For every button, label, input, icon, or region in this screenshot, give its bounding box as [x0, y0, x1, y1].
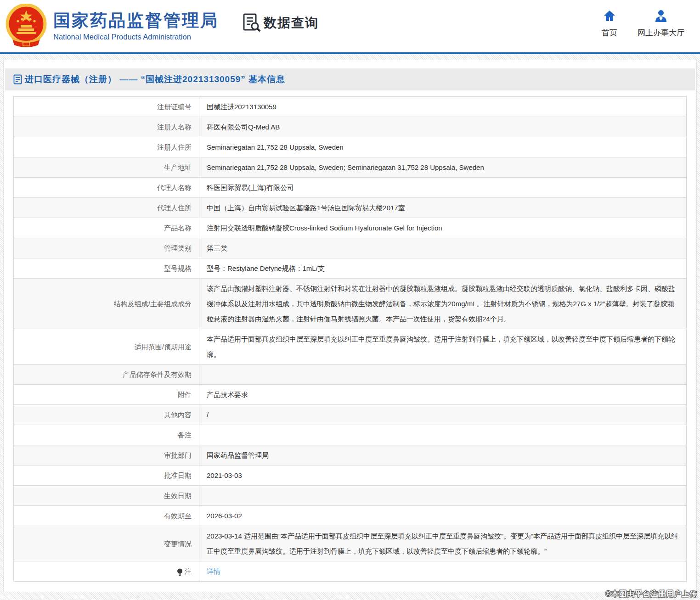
- bulb-icon: [177, 568, 183, 576]
- watermark-text: ©本图由平台注册用户上传: [605, 589, 697, 599]
- row-label: 有效期至: [14, 506, 199, 526]
- table-row: 型号规格型号：Restylane Defyne规格：1mL/支: [14, 258, 686, 279]
- row-value: 第三类: [199, 238, 686, 258]
- table-row: 其他内容/: [14, 405, 686, 425]
- row-value: 注射用交联透明质酸钠凝胶Cross-linked Sodium Hyaluron…: [199, 218, 686, 238]
- table-row: 注册人住所Seminariegatan 21,752 28 Uppsala, S…: [14, 137, 686, 157]
- row-label: 产品储存条件及有效期: [14, 364, 199, 384]
- table-row: 适用范围/预期用途本产品适用于面部真皮组织中层至深层填充以纠正中度至重度鼻唇沟皱…: [14, 329, 686, 364]
- table-row: 批准日期2021-03-03: [14, 465, 686, 486]
- table-row: 注册证编号国械注进20213130059: [14, 97, 686, 117]
- row-value: Seminariegatan 21,752 28 Uppsala, Sweden: [199, 137, 686, 157]
- table-row: 代理人名称科医国际贸易(上海)有限公司: [14, 178, 686, 198]
- nav-service-hall-label: 网上办事大厅: [638, 28, 684, 38]
- table-row: 产品名称注射用交联透明质酸钠凝胶Cross-linked Sodium Hyal…: [14, 218, 686, 238]
- national-emblem-logo: [6, 4, 47, 49]
- table-row: 管理类别第三类: [14, 238, 686, 258]
- row-value: Seminariegatan 21,752 28 Uppsala, Sweden…: [199, 157, 686, 177]
- row-value: 科医国际贸易(上海)有限公司: [199, 178, 686, 197]
- row-label: 代理人名称: [14, 178, 199, 197]
- document-icon: [13, 74, 22, 84]
- header-divider: [0, 52, 700, 54]
- page-titlebar: 进口医疗器械（注册） —— “国械注进20213130059” 基本信息: [5, 68, 695, 90]
- row-value: 2023-03-14 适用范围由“本产品适用于面部真皮组织中层至深层填充以纠正中…: [199, 526, 686, 561]
- row-label-note: 注: [14, 561, 199, 581]
- org-name-cn: 国家药品监督管理局: [53, 11, 219, 31]
- brand-text: 国家药品监督管理局 National Medical Products Admi…: [53, 11, 219, 42]
- row-label: 产品名称: [14, 218, 199, 238]
- page-title: 进口医疗器械（注册） —— “国械注进20213130059” 基本信息: [25, 73, 285, 85]
- row-value: 本产品适用于面部真皮组织中层至深层填充以纠正中度至重度鼻唇沟皱纹。适用于注射到骨…: [199, 329, 686, 364]
- row-value: 科医有限公司Q-Med AB: [199, 117, 686, 137]
- row-value: 国械注进20213130059: [199, 97, 686, 117]
- row-label: 适用范围/预期用途: [14, 329, 199, 364]
- table-row: 有效期至2026-03-02: [14, 506, 686, 526]
- user-icon: [654, 9, 668, 23]
- row-value: 型号：Restylane Defyne规格：1mL/支: [199, 258, 686, 278]
- row-value: 该产品由预灌封塑料注射器、不锈钢注射针和封装在注射器中的凝胶颗粒悬液组成。凝胶颗…: [199, 279, 686, 329]
- row-value-note: 详情: [199, 561, 686, 581]
- row-label: 注册人名称: [14, 117, 199, 137]
- row-label: 审批部门: [14, 445, 199, 465]
- table-row: 审批部门国家药品监督管理局: [14, 445, 686, 465]
- row-value: 2026-03-02: [199, 506, 686, 526]
- row-label: 生效日期: [14, 486, 199, 505]
- header-nav: 首页 网上办事大厅: [602, 9, 684, 38]
- row-label: 附件: [14, 385, 199, 404]
- row-label: 代理人住所: [14, 198, 199, 218]
- row-label: 型号规格: [14, 258, 199, 278]
- table-row: 代理人住所中国（上海）自由贸易试验区基隆路1号汤臣国际贸易大楼2017室: [14, 198, 686, 218]
- content-container: 进口医疗器械（注册） —— “国械注进20213130059” 基本信息 注册证…: [3, 60, 697, 592]
- row-label: 结构及组成/主要组成成分: [14, 279, 199, 329]
- table-row: 变更情况2023-03-14 适用范围由“本产品适用于面部真皮组织中层至深层填充…: [14, 526, 686, 561]
- org-name-en: National Medical Products Administration: [53, 33, 219, 41]
- row-label: 管理类别: [14, 238, 199, 258]
- row-value: 产品技术要求: [199, 385, 686, 404]
- nav-service-hall[interactable]: 网上办事大厅: [638, 9, 684, 38]
- table-row: 注册人名称科医有限公司Q-Med AB: [14, 117, 686, 137]
- data-query-section: 数据查询: [243, 13, 319, 33]
- brand: 国家药品监督管理局 National Medical Products Admi…: [6, 4, 219, 49]
- table-row: 附件产品技术要求: [14, 385, 686, 405]
- table-row-note: 注 详情: [14, 561, 686, 582]
- table-row: 结构及组成/主要组成成分该产品由预灌封塑料注射器、不锈钢注射针和封装在注射器中的…: [14, 279, 686, 329]
- row-value: 中国（上海）自由贸易试验区基隆路1号汤臣国际贸易大楼2017室: [199, 198, 686, 218]
- nav-home-label: 首页: [602, 28, 617, 38]
- row-label: 生产地址: [14, 157, 199, 177]
- row-value: [199, 425, 686, 445]
- row-value: [199, 364, 686, 384]
- table-row: 生产地址Seminariegatan 21,752 28 Uppsala, Sw…: [14, 157, 686, 178]
- row-label: 变更情况: [14, 526, 199, 561]
- row-value: [199, 486, 686, 505]
- table-row: 备注: [14, 425, 686, 445]
- document-search-icon: [243, 13, 261, 33]
- row-label: 其他内容: [14, 405, 199, 425]
- nav-home[interactable]: 首页: [602, 9, 617, 38]
- details-link[interactable]: 详情: [207, 564, 220, 579]
- row-label: 备注: [14, 425, 199, 445]
- row-label: 注册人住所: [14, 137, 199, 157]
- home-icon: [603, 9, 616, 23]
- site-header: 国家药品监督管理局 National Medical Products Admi…: [0, 0, 700, 52]
- registration-info-table: 注册证编号国械注进20213130059 注册人名称科医有限公司Q-Med AB…: [13, 96, 687, 582]
- row-label: 批准日期: [14, 465, 199, 485]
- table-row: 生效日期: [14, 486, 686, 506]
- data-query-label: 数据查询: [264, 14, 319, 32]
- row-value: /: [199, 405, 686, 425]
- row-value: 2021-03-03: [199, 465, 686, 485]
- row-label: 注册证编号: [14, 97, 199, 117]
- table-row: 产品储存条件及有效期: [14, 364, 686, 385]
- row-value: 国家药品监督管理局: [199, 445, 686, 465]
